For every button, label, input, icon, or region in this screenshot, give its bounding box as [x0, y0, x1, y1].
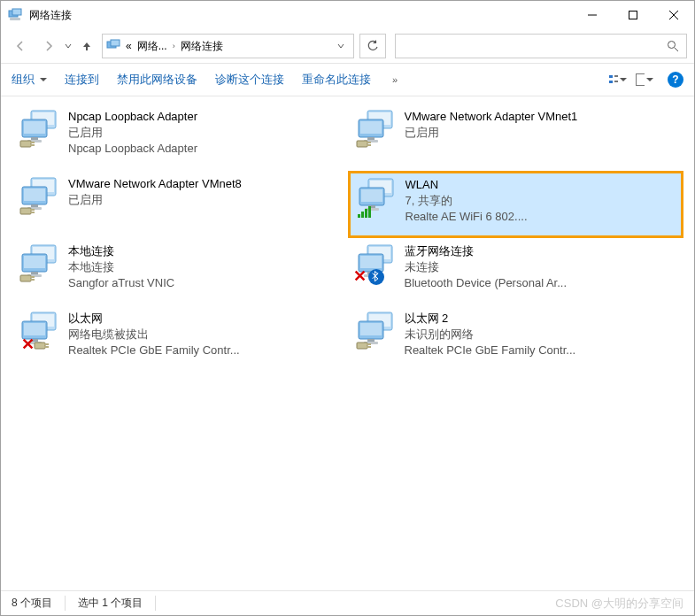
item-text: Npcap Loopback Adapter已启用Npcap Loopback … [68, 109, 341, 158]
item-detail: Sangfor aTrust VNIC [68, 275, 341, 291]
network-icon: ✕ [355, 243, 398, 286]
connection-item[interactable]: 本地连接本地连接Sangfor aTrust VNIC [12, 238, 348, 305]
overflow-button[interactable]: » [389, 74, 401, 85]
close-button[interactable] [653, 1, 694, 29]
app-icon [8, 8, 22, 22]
status-bar: 8 个项目 选中 1 个项目 CSDN @大明的分享空间 [1, 590, 694, 615]
svg-rect-1 [12, 9, 21, 15]
command-bar: 组织 连接到 禁用此网络设备 诊断这个连接 重命名此连接 » ? [1, 63, 694, 96]
item-status: 网络电缆被拔出 [68, 327, 341, 343]
item-count: 8 个项目 [12, 596, 66, 611]
rename-button[interactable]: 重命名此连接 [302, 72, 371, 88]
item-name: 本地连接 [68, 243, 341, 259]
recent-dropdown[interactable] [65, 42, 72, 50]
item-detail: Bluetooth Device (Personal Ar... [405, 275, 677, 291]
svg-rect-15 [637, 74, 645, 86]
svg-rect-2 [10, 18, 20, 20]
view-options-button[interactable] [609, 71, 627, 89]
item-text: 以太网 2未识别的网络Realtek PCIe GbE Family Contr… [405, 311, 677, 359]
connection-item[interactable]: 以太网 2未识别的网络Realtek PCIe GbE Family Contr… [348, 305, 684, 373]
item-detail: Realtek PCIe GbE Family Contr... [405, 343, 677, 358]
connect-to-button[interactable]: 连接到 [65, 72, 99, 88]
item-status: 本地连接 [68, 259, 341, 275]
item-text: VMware Network Adapter VMnet1已启用 [405, 109, 677, 141]
view-controls: ? [609, 71, 683, 89]
item-name: Npcap Loopback Adapter [68, 109, 341, 125]
connection-item[interactable]: VMware Network Adapter VMnet8已启用 [12, 171, 348, 238]
breadcrumb-1[interactable]: 网络... [137, 39, 167, 54]
window-title: 网络连接 [29, 8, 572, 23]
address-bar[interactable]: « 网络... › 网络连接 [102, 34, 354, 58]
preview-pane-button[interactable] [636, 71, 653, 89]
item-status: 已启用 [68, 192, 341, 208]
network-icon [19, 243, 61, 286]
item-status: 已启用 [68, 125, 341, 141]
status-badge-icon: ✕ [355, 268, 373, 286]
network-icon: ✕ [19, 311, 61, 353]
item-name: 以太网 2 [405, 311, 677, 327]
status-badge-icon [356, 202, 374, 219]
connection-item[interactable]: VMware Network Adapter VMnet1已启用 [348, 104, 684, 171]
svg-rect-12 [614, 75, 618, 77]
svg-rect-14 [614, 81, 618, 82]
back-button[interactable] [8, 34, 33, 58]
connection-item[interactable]: Npcap Loopback Adapter已启用Npcap Loopback … [12, 104, 348, 171]
address-dropdown[interactable] [332, 42, 350, 50]
item-text: VMware Network Adapter VMnet8已启用 [68, 176, 341, 208]
item-name: 以太网 [68, 311, 341, 327]
item-text: 蓝牙网络连接未连接Bluetooth Device (Personal Ar..… [405, 243, 677, 292]
item-status: 未识别的网络 [405, 327, 677, 343]
item-text: WLAN7, 共享的Realte AE WiFi 6 802.... [405, 177, 676, 226]
status-badge-icon [19, 268, 36, 286]
items-area: Npcap Loopback Adapter已启用Npcap Loopback … [1, 96, 694, 590]
item-detail: Realte AE WiFi 6 802.... [405, 209, 676, 225]
forward-button[interactable] [36, 34, 61, 58]
item-status: 7, 共享的 [405, 193, 676, 209]
help-button[interactable]: ? [668, 72, 683, 88]
svg-rect-8 [111, 40, 120, 46]
item-text: 以太网网络电缆被拔出Realtek PCIe GbE Family Contr.… [68, 311, 341, 359]
status-badge-icon [19, 201, 36, 219]
connection-item[interactable]: WLAN7, 共享的Realte AE WiFi 6 802.... [348, 171, 684, 238]
item-status: 已启用 [405, 125, 677, 141]
refresh-button[interactable] [359, 34, 386, 58]
address-row: « 网络... › 网络连接 [1, 29, 694, 63]
svg-rect-4 [629, 12, 637, 19]
svg-rect-11 [609, 75, 613, 78]
search-icon [667, 40, 679, 52]
selected-count: 选中 1 个项目 [78, 596, 156, 611]
title-bar: 网络连接 [1, 1, 694, 29]
svg-point-9 [668, 42, 676, 49]
network-icon [356, 177, 398, 219]
organize-menu[interactable]: 组织 [12, 72, 47, 88]
panel-icon [106, 39, 120, 53]
status-badge-icon: ✕ [19, 335, 36, 353]
status-badge-icon [355, 335, 373, 353]
diagnose-button[interactable]: 诊断这个连接 [215, 72, 284, 88]
item-name: VMware Network Adapter VMnet8 [68, 176, 341, 192]
network-icon [355, 311, 398, 353]
svg-rect-13 [609, 81, 613, 83]
breadcrumb-2[interactable]: 网络连接 [181, 39, 223, 54]
minimize-button[interactable] [572, 1, 613, 29]
status-badge-icon [19, 134, 36, 151]
svg-line-10 [675, 48, 678, 51]
connection-item[interactable]: ✕蓝牙网络连接未连接Bluetooth Device (Personal Ar.… [348, 238, 684, 305]
item-status: 未连接 [405, 259, 677, 275]
network-icon [355, 109, 398, 151]
item-text: 本地连接本地连接Sangfor aTrust VNIC [68, 243, 341, 292]
network-icon [19, 109, 61, 151]
chevron-right-icon[interactable]: › [173, 42, 175, 50]
breadcrumb-root[interactable]: « [126, 40, 132, 52]
connection-item[interactable]: ✕以太网网络电缆被拔出Realtek PCIe GbE Family Contr… [12, 305, 348, 373]
item-name: 蓝牙网络连接 [405, 243, 677, 259]
up-button[interactable] [81, 40, 93, 52]
search-input[interactable] [395, 34, 687, 58]
maximize-button[interactable] [613, 1, 653, 29]
item-name: VMware Network Adapter VMnet1 [405, 109, 677, 125]
status-badge-icon [355, 134, 373, 151]
item-detail: Npcap Loopback Adapter [68, 141, 341, 157]
disable-device-button[interactable]: 禁用此网络设备 [117, 72, 197, 88]
watermark: CSDN @大明的分享空间 [555, 596, 683, 612]
network-icon [19, 176, 61, 219]
